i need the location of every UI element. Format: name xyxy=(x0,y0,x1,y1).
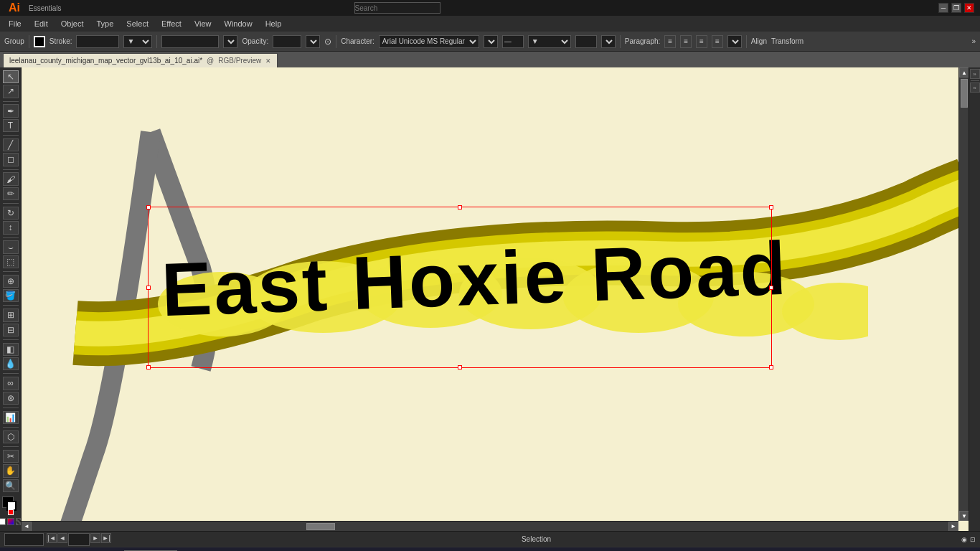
stroke-label: Stroke: xyxy=(50,37,72,45)
paintbrush-tool[interactable]: 🖌 xyxy=(3,172,19,185)
panel-expand-btn-1[interactable]: » xyxy=(970,69,980,79)
scroll-down-btn[interactable]: ▼ xyxy=(959,511,969,521)
rotate-tool[interactable]: ↻ xyxy=(3,207,19,220)
stroke-options[interactable]: ▼ xyxy=(123,35,152,48)
status-icon-1: ◉ xyxy=(961,536,967,543)
divider4 xyxy=(620,35,621,48)
tool-sep-3 xyxy=(3,169,19,170)
scroll-right-btn[interactable]: ► xyxy=(948,522,958,532)
menu-effect[interactable]: Effect xyxy=(156,18,187,29)
panel-expand-btn-2[interactable]: « xyxy=(970,83,980,93)
slice-tool[interactable]: ✂ xyxy=(3,450,19,463)
gradient-mode-btn[interactable] xyxy=(7,518,14,525)
zoom-last-btn[interactable]: ►| xyxy=(101,533,111,543)
tab-mode: RGB/Preview xyxy=(218,57,261,65)
blend-tool[interactable]: ∞ xyxy=(3,377,19,390)
menu-object[interactable]: Object xyxy=(55,18,90,29)
handle-br[interactable] xyxy=(769,365,773,369)
mesh-tool[interactable]: ⊟ xyxy=(3,324,19,336)
scroll-up-btn[interactable]: ▲ xyxy=(959,67,969,77)
gradient-tool[interactable]: ◧ xyxy=(3,343,19,356)
pen-tool[interactable]: ✒ xyxy=(3,104,19,117)
handle-ml[interactable] xyxy=(146,286,151,290)
menu-type[interactable]: Type xyxy=(91,18,120,29)
restore-button[interactable]: ❐ xyxy=(951,3,961,13)
tool-sep-9 xyxy=(3,373,19,374)
style-input[interactable] xyxy=(161,35,219,48)
opacity-select[interactable]: ▼ xyxy=(306,35,320,48)
handle-bc[interactable] xyxy=(458,365,462,369)
line-tool[interactable]: ╱ xyxy=(3,138,19,151)
divider5 xyxy=(746,35,747,48)
handle-tc[interactable] xyxy=(458,205,462,209)
visibility-icon[interactable]: ⊙ xyxy=(324,37,331,47)
para-options[interactable]: ▼ xyxy=(727,35,742,48)
close-button[interactable]: ✕ xyxy=(964,3,974,13)
artboard: East Hoxie Road ▲ ▼ xyxy=(22,67,969,531)
zoom-first-btn[interactable]: |◄ xyxy=(47,533,57,543)
font-size-input[interactable]: 5 pt xyxy=(575,35,597,48)
scroll-thumb-v[interactable] xyxy=(961,79,968,108)
handle-tl[interactable] xyxy=(146,205,151,209)
font-size-dash[interactable] xyxy=(502,35,524,48)
direct-selection-tool[interactable]: ↗ xyxy=(3,85,19,98)
live-paint-tool[interactable]: 🪣 xyxy=(3,289,19,302)
perspective-grid-tool[interactable]: ⊞ xyxy=(3,309,19,321)
zoom-tool[interactable]: 🔍 xyxy=(3,479,19,492)
menu-file[interactable]: File xyxy=(3,18,27,29)
zoom-input[interactable]: 2400% xyxy=(4,533,44,546)
ai-logo: Ai xyxy=(6,1,23,14)
symbol-sprayer-tool[interactable]: ⊛ xyxy=(3,392,19,405)
font-size-select[interactable]: ▼ xyxy=(528,35,571,48)
artboard-tool[interactable]: ⬡ xyxy=(3,430,19,443)
menu-select[interactable]: Select xyxy=(121,18,154,29)
align-justify-button[interactable]: ≡ xyxy=(712,35,723,48)
handle-tr[interactable] xyxy=(769,205,773,209)
align-left-button[interactable]: ≡ xyxy=(664,35,676,48)
menu-help[interactable]: Help xyxy=(260,18,288,29)
opacity-label: Opacity: xyxy=(242,37,268,45)
free-transform-tool[interactable]: ⬚ xyxy=(3,255,19,268)
opacity-input[interactable]: 100% xyxy=(273,35,301,48)
menu-edit[interactable]: Edit xyxy=(29,18,54,29)
minimize-button[interactable]: ─ xyxy=(938,3,948,13)
white-mode-btn[interactable] xyxy=(0,518,6,525)
document-tab[interactable]: leelanau_county_michigan_map_vector_gvl1… xyxy=(3,53,278,67)
page-input[interactable]: 1 xyxy=(68,533,90,546)
selection-tool[interactable]: ↖ xyxy=(3,70,19,83)
font-style-select[interactable]: ▼ xyxy=(484,35,498,48)
tab-close-button[interactable]: ✕ xyxy=(265,57,271,65)
warp-tool[interactable]: ⌣ xyxy=(3,240,19,253)
stroke-input[interactable] xyxy=(76,35,119,48)
hand-tool[interactable]: ✋ xyxy=(3,464,19,477)
type-tool[interactable]: T xyxy=(3,119,19,132)
tool-sep-11 xyxy=(3,427,19,428)
options-arrow[interactable]: » xyxy=(971,37,976,45)
rect-tool[interactable]: ◻ xyxy=(3,153,19,166)
color-swatches xyxy=(0,494,22,528)
column-graph-tool[interactable]: 📊 xyxy=(3,411,19,424)
horizontal-scrollbar[interactable]: ◄ ► xyxy=(22,521,958,531)
menu-view[interactable]: View xyxy=(189,18,217,29)
align-center-button[interactable]: ≡ xyxy=(680,35,692,48)
handle-bl[interactable] xyxy=(146,365,151,369)
stroke-icon xyxy=(34,36,45,47)
zoom-next-btn[interactable]: ► xyxy=(90,533,100,543)
scroll-left-btn[interactable]: ◄ xyxy=(22,522,32,532)
font-unit-select[interactable]: ▼ xyxy=(601,35,616,48)
menu-bar: File Edit Object Type Select Effect View… xyxy=(0,16,980,32)
pencil-tool[interactable]: ✏ xyxy=(3,187,19,200)
shape-builder-tool[interactable]: ⊕ xyxy=(3,275,19,288)
search-input[interactable] xyxy=(354,2,440,14)
scale-tool[interactable]: ↕ xyxy=(3,221,19,234)
none-mode-btn[interactable] xyxy=(16,518,22,525)
vertical-scrollbar[interactable]: ▲ ▼ xyxy=(958,67,969,521)
zoom-prev-btn[interactable]: ◄ xyxy=(57,533,67,543)
style-select[interactable]: ▼ xyxy=(223,35,237,48)
tool-sep-10 xyxy=(3,408,19,408)
menu-window[interactable]: Window xyxy=(219,18,258,29)
scroll-thumb-h[interactable] xyxy=(306,523,335,530)
align-right-button[interactable]: ≡ xyxy=(696,35,707,48)
font-select[interactable]: Arial Unicode MS Regular xyxy=(379,35,479,48)
eyedropper-tool[interactable]: 💧 xyxy=(3,357,19,370)
